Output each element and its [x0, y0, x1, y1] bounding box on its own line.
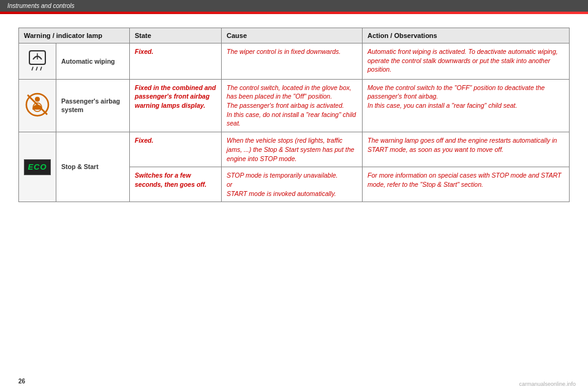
- stopstart-action1-cell: The warning lamp goes off and the engine…: [363, 132, 570, 167]
- eco-badge: ECO: [24, 159, 50, 175]
- airbag-state-cell: Fixed in the combined and passenger's fr…: [130, 79, 222, 132]
- stopstart-label-cell: Stop & Start: [56, 132, 130, 202]
- svg-line-4: [36, 67, 37, 70]
- stopstart-cause2-text: STOP mode is temporarily unavailable.orS…: [227, 172, 338, 197]
- col-header-cause: Cause: [222, 28, 363, 43]
- wiper-state-cell: Fixed.: [130, 43, 222, 80]
- header-title: Instruments and controls: [7, 2, 75, 9]
- eco-icon-cell: ECO: [19, 132, 56, 202]
- wiper-icon: [24, 47, 50, 73]
- content-area: Warning / indicator lamp State Cause Act…: [0, 17, 588, 208]
- stopstart-state2-cell: Switches for a few seconds, then goes of…: [130, 167, 222, 202]
- stopstart-cause2-cell: STOP mode is temporarily unavailable.orS…: [222, 167, 363, 202]
- indicator-table: Warning / indicator lamp State Cause Act…: [18, 28, 570, 202]
- col-header-warning: Warning / indicator lamp: [19, 28, 130, 43]
- svg-line-3: [32, 67, 33, 70]
- svg-line-5: [40, 67, 42, 70]
- airbag-cause-cell: The control switch, located in the glove…: [222, 79, 363, 132]
- page-header: Instruments and controls: [0, 0, 588, 12]
- col-header-action: Action / Observations: [363, 28, 570, 43]
- airbag-icon-cell: [19, 79, 56, 132]
- table-row-stopstart-1: ECO Stop & Start Fixed. When the vehicle…: [19, 132, 570, 167]
- wiper-icon-cell: [19, 43, 56, 80]
- table-row-wiper: Automatic wiping Fixed. The wiper contro…: [19, 43, 570, 80]
- table-row-airbag: Passenger's airbag system Fixed in the c…: [19, 79, 570, 132]
- wiper-cause-cell: The wiper control is in fixed downwards.: [222, 43, 363, 80]
- svg-point-7: [35, 97, 40, 102]
- airbag-action-cell: Move the control switch to the "OFF" pos…: [363, 79, 570, 132]
- airbag-label-cell: Passenger's airbag system: [56, 79, 130, 132]
- stopstart-action2-cell: For more information on special cases wi…: [363, 167, 570, 202]
- table-header-row: Warning / indicator lamp State Cause Act…: [19, 28, 570, 43]
- airbag-cause-text: The control switch, located in the glove…: [227, 84, 356, 127]
- airbag-action-text: Move the control switch to the "OFF" pos…: [368, 84, 545, 109]
- wiper-action-cell: Automatic front wiping is activated. To …: [363, 43, 570, 80]
- red-accent-line: [0, 12, 588, 14]
- airbag-icon: [24, 91, 51, 118]
- watermark: carmanualseonline.info: [519, 381, 576, 387]
- page-number: 26: [18, 378, 25, 385]
- stopstart-cause1-cell: When the vehicle stops (red lights, traf…: [222, 132, 363, 167]
- stopstart-state1-cell: Fixed.: [130, 132, 222, 167]
- wiper-label-cell: Automatic wiping: [56, 43, 130, 80]
- col-header-state: State: [130, 28, 222, 43]
